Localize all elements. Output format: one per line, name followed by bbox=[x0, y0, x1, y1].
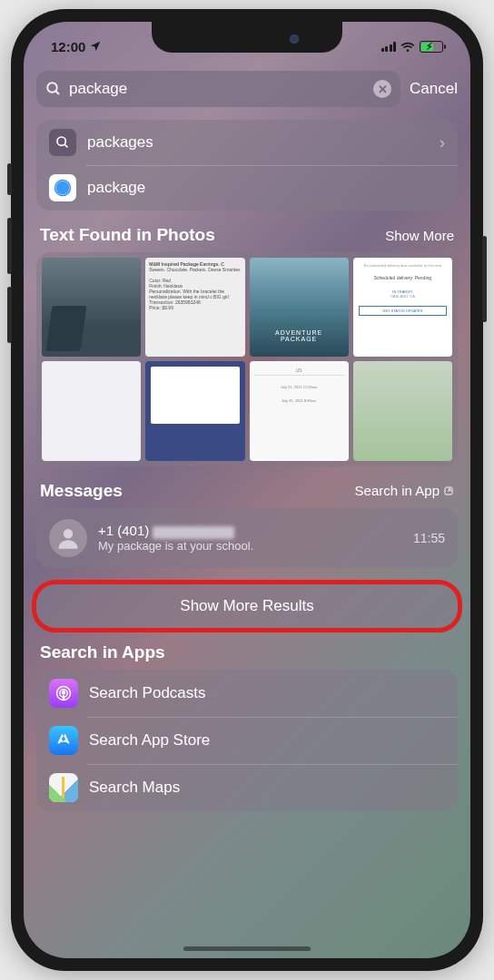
message-time: 11:55 bbox=[413, 531, 445, 545]
photo-result[interactable]: ADVENTUREPACKAGE bbox=[250, 258, 349, 357]
app-row-label: Search Maps bbox=[89, 779, 180, 797]
suggestions-card: packages › package bbox=[36, 120, 458, 211]
svg-point-11 bbox=[63, 691, 65, 693]
phone-frame: 12:00 ⚡︎ package ✕ Cancel bbox=[11, 9, 483, 971]
screen: 12:00 ⚡︎ package ✕ Cancel bbox=[24, 22, 470, 958]
home-indicator[interactable] bbox=[183, 946, 311, 951]
photos-card: M&M Inspired Package Earrings. C Sweets.… bbox=[36, 252, 458, 466]
search-appstore-row[interactable]: Search App Store bbox=[36, 717, 458, 764]
wifi-icon bbox=[400, 41, 415, 52]
photo-result[interactable] bbox=[145, 361, 244, 460]
appstore-icon bbox=[49, 726, 78, 755]
suggestion-packages[interactable]: packages › bbox=[36, 120, 458, 165]
photo-result[interactable] bbox=[42, 258, 141, 357]
suggestion-package-safari[interactable]: package bbox=[36, 165, 458, 211]
search-podcasts-row[interactable]: Search Podcasts bbox=[36, 670, 458, 717]
search-in-apps-title: Search in Apps bbox=[40, 642, 165, 662]
cancel-button[interactable]: Cancel bbox=[410, 80, 458, 98]
mute-switch[interactable] bbox=[7, 163, 12, 195]
svg-point-8 bbox=[64, 529, 74, 539]
avatar-icon bbox=[49, 519, 87, 557]
search-icon bbox=[45, 81, 62, 97]
search-maps-row[interactable]: Search Maps bbox=[36, 764, 458, 811]
message-preview: My package is at your school. bbox=[98, 539, 402, 553]
chevron-right-icon: › bbox=[440, 133, 445, 152]
status-time: 12:00 bbox=[51, 39, 85, 54]
volume-down-button[interactable] bbox=[7, 287, 12, 343]
clear-search-button[interactable]: ✕ bbox=[373, 80, 391, 98]
maps-icon bbox=[49, 773, 78, 802]
volume-up-button[interactable] bbox=[7, 218, 12, 274]
battery-icon: ⚡︎ bbox=[420, 41, 443, 53]
photo-result[interactable] bbox=[353, 361, 452, 460]
power-button[interactable] bbox=[482, 236, 487, 322]
messages-search-in-app-button[interactable]: Search in App bbox=[355, 483, 454, 498]
open-in-app-icon bbox=[443, 485, 454, 496]
suggestion-label: package bbox=[87, 179, 445, 197]
photo-result[interactable]: US July 31, 2021 12:00am July 31, 2021 8… bbox=[250, 361, 349, 460]
search-icon bbox=[49, 129, 76, 156]
svg-line-3 bbox=[64, 144, 67, 147]
svg-point-2 bbox=[57, 137, 65, 145]
photos-show-more-button[interactable]: Show More bbox=[385, 228, 454, 243]
app-row-label: Search App Store bbox=[89, 731, 210, 750]
search-query-text: package bbox=[62, 80, 373, 98]
show-more-results-button[interactable]: Show More Results bbox=[36, 584, 458, 628]
suggestion-label: packages bbox=[87, 133, 429, 152]
photo-result[interactable]: No scheduled delivery date available at … bbox=[353, 258, 452, 357]
safari-icon bbox=[49, 174, 76, 201]
redacted-number bbox=[153, 526, 234, 539]
location-icon bbox=[89, 40, 102, 53]
photo-result[interactable] bbox=[42, 361, 141, 460]
message-row[interactable]: +1 (401) My package is at your school. 1… bbox=[36, 508, 458, 568]
search-in-apps-card: Search Podcasts Search App Store Search … bbox=[36, 670, 458, 811]
cell-signal-icon bbox=[381, 42, 397, 52]
messages-section-title: Messages bbox=[40, 481, 123, 501]
svg-line-1 bbox=[55, 91, 59, 94]
svg-point-6 bbox=[56, 181, 70, 195]
app-row-label: Search Podcasts bbox=[89, 684, 206, 702]
notch bbox=[152, 22, 342, 53]
photos-section-title: Text Found in Photos bbox=[40, 225, 215, 245]
podcasts-icon bbox=[49, 679, 78, 708]
photo-result[interactable]: M&M Inspired Package Earrings. C Sweets.… bbox=[145, 258, 244, 357]
svg-point-0 bbox=[47, 83, 57, 93]
search-input[interactable]: package ✕ bbox=[36, 71, 400, 107]
message-from: +1 (401) bbox=[98, 523, 402, 538]
messages-card: +1 (401) My package is at your school. 1… bbox=[36, 508, 458, 568]
